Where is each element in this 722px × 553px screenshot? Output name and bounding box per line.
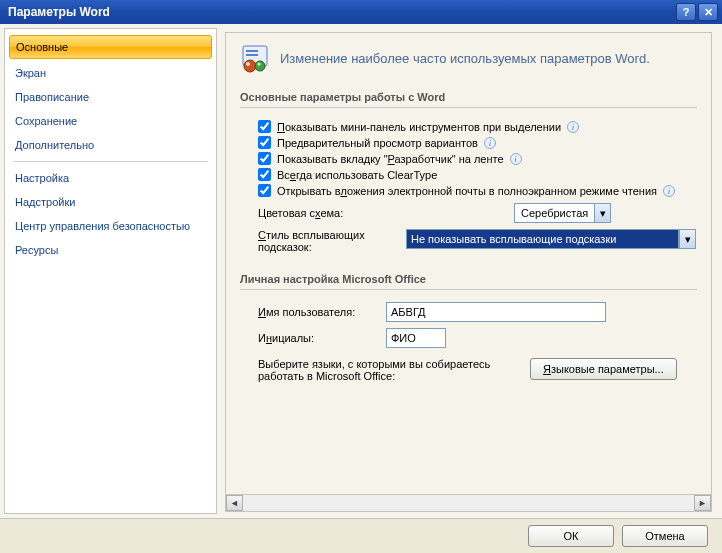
- select-color-scheme[interactable]: Серебристая ▾: [514, 203, 611, 223]
- settings-icon: [240, 43, 270, 73]
- section-personal-title: Личная настройка Microsoft Office: [240, 273, 697, 290]
- input-username[interactable]: [386, 302, 606, 322]
- checkbox-cleartype[interactable]: [258, 168, 271, 181]
- sidebar: Основные Экран Правописание Сохранение Д…: [4, 28, 217, 514]
- sidebar-item-trustcenter[interactable]: Центр управления безопасностью: [5, 214, 216, 238]
- sidebar-item-proofing[interactable]: Правописание: [5, 85, 216, 109]
- page-title: Изменение наиболее часто используемых па…: [280, 51, 650, 66]
- tooltip-style-value: Не показывать всплывающие подсказки: [411, 233, 616, 245]
- scroll-left-arrow-icon[interactable]: ◄: [226, 495, 243, 511]
- info-icon[interactable]: i: [663, 185, 675, 197]
- label-username: Имя пользователя:: [258, 306, 378, 318]
- select-tooltip-style[interactable]: Не показывать всплывающие подсказки ▾: [406, 229, 679, 249]
- info-icon[interactable]: i: [484, 137, 496, 149]
- sidebar-item-resources[interactable]: Ресурсы: [5, 238, 216, 262]
- ok-button[interactable]: ОК: [528, 525, 614, 547]
- sidebar-item-display[interactable]: Экран: [5, 61, 216, 85]
- label-tooltip-style: Стиль всплывающих подсказок:: [258, 229, 398, 253]
- sidebar-item-addins[interactable]: Надстройки: [5, 190, 216, 214]
- sidebar-item-customize[interactable]: Настройка: [5, 166, 216, 190]
- title-bar: Параметры Word ? ✕: [0, 0, 722, 24]
- label-color-scheme: Цветовая схема:: [258, 207, 398, 219]
- checkbox-attachments[interactable]: [258, 184, 271, 197]
- checkbox-devtab[interactable]: [258, 152, 271, 165]
- help-button[interactable]: ?: [676, 3, 696, 21]
- info-icon[interactable]: i: [510, 153, 522, 165]
- sidebar-separator: [13, 161, 208, 162]
- svg-point-3: [244, 60, 256, 72]
- cancel-button[interactable]: Отмена: [622, 525, 708, 547]
- label-initials: Инициалы:: [258, 332, 378, 344]
- label-language-note: Выберите языки, с которыми вы собираетес…: [258, 358, 518, 382]
- page-header: Изменение наиболее часто используемых па…: [240, 43, 697, 73]
- svg-rect-1: [246, 50, 258, 52]
- chevron-down-icon: ▾: [594, 204, 610, 222]
- svg-point-4: [246, 62, 250, 66]
- section-general-title: Основные параметры работы с Word: [240, 91, 697, 108]
- checkbox-minipanel[interactable]: [258, 120, 271, 133]
- sidebar-item-advanced[interactable]: Дополнительно: [5, 133, 216, 157]
- label-preview: Предварительный просмотр вариантов: [277, 137, 478, 149]
- color-scheme-value: Серебристая: [515, 207, 594, 219]
- dialog-footer: ОК Отмена: [0, 518, 722, 553]
- input-initials[interactable]: [386, 328, 446, 348]
- close-button[interactable]: ✕: [698, 3, 718, 21]
- svg-rect-2: [246, 54, 258, 56]
- label-attachments: Открывать вложения электронной почты в п…: [277, 185, 657, 197]
- scroll-right-arrow-icon[interactable]: ►: [694, 495, 711, 511]
- sidebar-item-save[interactable]: Сохранение: [5, 109, 216, 133]
- info-icon[interactable]: i: [567, 121, 579, 133]
- scroll-track[interactable]: [243, 495, 694, 511]
- horizontal-scrollbar[interactable]: ◄ ►: [226, 494, 711, 511]
- label-minipanel: Показывать мини-панель инструментов при …: [277, 121, 561, 133]
- label-cleartype: Всегда использовать ClearType: [277, 169, 437, 181]
- button-language-settings[interactable]: Языковые параметры...: [530, 358, 677, 380]
- checkbox-preview[interactable]: [258, 136, 271, 149]
- label-devtab: Показывать вкладку "Разработчик" на лент…: [277, 153, 504, 165]
- chevron-down-icon: ▾: [679, 229, 696, 249]
- svg-point-5: [255, 61, 265, 71]
- window-title: Параметры Word: [8, 5, 674, 19]
- svg-point-6: [258, 63, 261, 66]
- sidebar-item-general[interactable]: Основные: [9, 35, 212, 59]
